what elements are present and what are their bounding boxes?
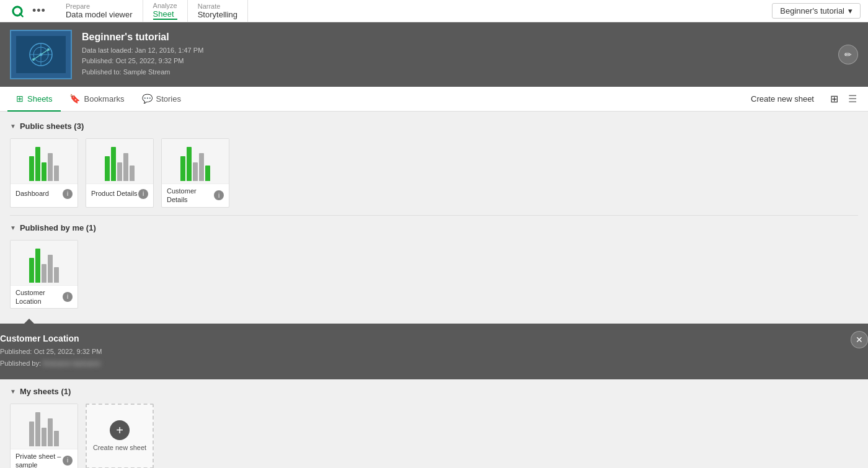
sheet-card-customer-location[interactable]: Customer Location i (10, 240, 78, 309)
sheet-info-button-customer-location[interactable]: i (63, 292, 73, 302)
list-view-button[interactable]: ☰ (844, 92, 861, 106)
create-new-sheet-button[interactable]: Create new sheet (746, 92, 819, 106)
qlik-logo[interactable] (7, 4, 27, 18)
create-new-sheet-card[interactable]: + Create new sheet (86, 404, 154, 468)
app-meta: Data last loaded: Jan 12, 2016, 1:47 PM … (82, 45, 858, 78)
bookmarks-icon: 🔖 (69, 94, 80, 104)
app-title: Beginner's tutorial (82, 32, 858, 43)
popup-arrow (24, 319, 34, 324)
tab-bookmarks[interactable]: 🔖 Bookmarks (61, 87, 133, 112)
svg-point-10 (47, 48, 50, 51)
sheet-preview-customer-details (162, 139, 229, 183)
sheet-info-button-private-sample[interactable]: i (63, 456, 73, 466)
sheet-card-customer-details[interactable]: Customer Details i (161, 138, 229, 208)
tab-stories[interactable]: 💬 Stories (133, 87, 190, 112)
nav-more-dots[interactable]: ••• (32, 4, 46, 17)
sheet-name-customer-location: Customer Location (16, 288, 63, 306)
popup-publisher-name: firstname lastname (43, 358, 100, 369)
published-by-me-grid: Customer Location i (10, 240, 858, 309)
view-toggle: ⊞ ☰ (826, 92, 861, 106)
nav-prepare[interactable]: Prepare Data model viewer (56, 0, 143, 22)
my-sheets-grid: Private sheet – sample i + Create new sh… (10, 404, 858, 468)
popup-meta: Published: Oct 25, 2022, 9:32 PM Publish… (0, 346, 868, 369)
sheet-name-customer-details: Customer Details (167, 187, 214, 205)
sheet-info-button-dashboard[interactable]: i (63, 189, 73, 199)
chevron-down-icon: ▼ (10, 123, 16, 130)
sheet-name-dashboard: Dashboard (16, 189, 49, 198)
sheet-name-product-details: Product Details (91, 189, 138, 198)
sheet-preview-product-details (86, 139, 153, 183)
stories-icon: 💬 (142, 94, 153, 104)
popup-close-button[interactable]: ✕ (851, 331, 868, 348)
top-nav: ••• Prepare Data model viewer Analyze Sh… (0, 0, 868, 22)
sheet-footer-product-details: Product Details i (86, 183, 153, 203)
my-sheets-content: ▼ My sheets (1) Private sheet – sample i… (0, 379, 868, 468)
edit-button[interactable]: ✏ (838, 45, 858, 64)
grid-view-button[interactable]: ⊞ (826, 92, 842, 106)
app-header-banner: Beginner's tutorial Data last loaded: Ja… (0, 22, 868, 87)
sheet-name-private-sample: Private sheet – sample (16, 452, 63, 468)
sheet-footer-customer-details: Customer Details i (162, 183, 229, 207)
chevron-down-icon: ▼ (10, 224, 16, 231)
public-sheets-grid: Dashboard i Product Details i (10, 138, 858, 208)
tutorial-button[interactable]: Beginner's tutorial ▾ (772, 3, 861, 19)
sheet-card-private-sample[interactable]: Private sheet – sample i (10, 404, 78, 468)
sheet-info-button-customer-details[interactable]: i (214, 190, 224, 200)
my-sheets-section-header[interactable]: ▼ My sheets (1) (10, 387, 858, 396)
sheet-preview-dashboard (11, 139, 78, 183)
chevron-down-icon: ▼ (10, 388, 16, 395)
sheet-preview-customer-location (11, 241, 78, 285)
sheets-icon: ⊞ (16, 94, 24, 104)
app-info: Beginner's tutorial Data last loaded: Ja… (82, 32, 858, 78)
sheet-preview-private-sample (11, 404, 78, 449)
close-icon: ✕ (856, 335, 863, 345)
sheet-footer-customer-location: Customer Location i (11, 285, 78, 309)
published-by-me-section-header[interactable]: ▼ Published by me (1) (10, 223, 858, 232)
sheet-footer-private-sample: Private sheet – sample i (11, 449, 78, 468)
nav-analyze[interactable]: Analyze Sheet (143, 0, 188, 22)
tabs-bar: ⊞ Sheets 🔖 Bookmarks 💬 Stories Create ne… (0, 87, 868, 112)
edit-icon: ✏ (844, 50, 852, 60)
sheet-footer-dashboard: Dashboard i (11, 183, 78, 203)
sheet-info-button-product-details[interactable]: i (138, 189, 148, 199)
svg-point-12 (32, 58, 35, 61)
popup-title: Customer Location (0, 333, 868, 343)
popup-overlay: Customer Location Published: Oct 25, 202… (0, 324, 868, 379)
public-sheets-section-header[interactable]: ▼ Public sheets (3) (10, 121, 858, 131)
sheet-card-dashboard[interactable]: Dashboard i (10, 138, 78, 208)
section-divider-1 (10, 215, 858, 216)
tab-sheets[interactable]: ⊞ Sheets (7, 87, 61, 112)
svg-line-2 (20, 13, 23, 16)
add-sheet-icon: + (110, 420, 130, 440)
nav-narrate[interactable]: Narrate Storytelling (188, 0, 248, 22)
create-new-sheet-label: Create new sheet (93, 444, 146, 451)
app-thumbnail (10, 30, 72, 79)
sheet-card-product-details[interactable]: Product Details i (86, 138, 154, 208)
main-content: ▼ Public sheets (3) Dashboard i (0, 112, 868, 324)
chevron-down-icon: ▾ (848, 6, 852, 15)
